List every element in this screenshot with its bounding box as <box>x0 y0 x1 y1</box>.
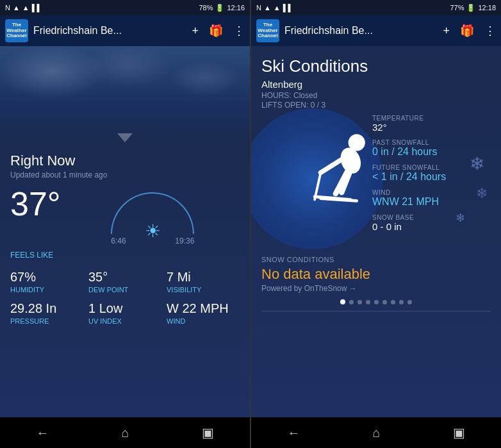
humidity-value: 67% <box>10 270 83 285</box>
ski-wind-value: WNW 21 MPH <box>372 196 491 208</box>
temp-label: TEMPERATURE <box>372 115 491 122</box>
home-button[interactable]: ⌂ <box>121 426 129 440</box>
right-phone-panel: N ▲ ▲ ▌▌ 77% 🔋 12:18 TheWeatherChannel F… <box>251 0 501 448</box>
hours-value: Closed <box>293 91 317 100</box>
svg-line-2 <box>321 158 345 172</box>
signal-bars-icon: ▌▌ <box>32 4 42 12</box>
dew-point-label: DEW POINT <box>88 286 161 294</box>
snow-conditions-value: No data available <box>261 266 491 283</box>
dot-6[interactable] <box>382 300 387 304</box>
dot-4[interactable] <box>366 300 370 304</box>
sun-arc: ☀ <box>111 192 194 234</box>
more-options-icon[interactable]: ⋮ <box>233 24 245 38</box>
stat-humidity: 67% HUMIDITY <box>10 270 83 294</box>
dot-7[interactable] <box>391 300 395 304</box>
sun-arc-container: ☀ 6:46 19:36 <box>66 192 240 245</box>
past-snow-label: PAST SNOWFALL <box>372 139 491 146</box>
right-more-options-icon[interactable]: ⋮ <box>484 24 496 38</box>
snow-base-label: SNOW BASE <box>372 214 491 221</box>
add-icon[interactable]: + <box>192 24 199 38</box>
dot-2[interactable] <box>349 300 354 304</box>
weather-channel-logo: TheWeatherChannel <box>5 19 28 42</box>
temperature-value: 37° <box>10 187 61 220</box>
right-status-icons: N ▲ ▲ ▌▌ <box>256 4 293 12</box>
dot-5[interactable] <box>374 300 379 304</box>
battery-percent: 78% <box>199 4 213 12</box>
temperature-row: 37° ☀ 6:46 19:36 <box>10 187 240 245</box>
weather-stats-grid: 67% HUMIDITY 35° DEW POINT 7 Mi VISIBILI… <box>10 270 240 325</box>
ski-stat-snow-base: SNOW BASE 0 - 0 in <box>372 214 491 232</box>
ski-stat-wind: WIND WNW 21 MPH <box>372 189 491 208</box>
right-home-button[interactable]: ⌂ <box>372 426 380 440</box>
weather-hero <box>0 46 250 142</box>
sunset-time: 19:36 <box>175 236 194 245</box>
back-button[interactable]: ← <box>36 426 49 440</box>
city-title: Friedrichshain Be... <box>33 25 186 37</box>
ski-stat-temperature: TEMPERATURE 32° <box>372 115 491 133</box>
humidity-label: HUMIDITY <box>10 286 83 294</box>
dot-1[interactable] <box>340 299 345 304</box>
ski-lifts-line: LIFTS OPEN: 0 / 3 <box>261 101 491 110</box>
right-add-icon[interactable]: + <box>443 24 450 38</box>
hours-label: HOURS: <box>261 91 292 100</box>
time-display: 12:16 <box>227 4 245 12</box>
dot-8[interactable] <box>399 300 404 304</box>
lifts-label: LIFTS OPEN: <box>261 101 308 110</box>
dot-9[interactable] <box>407 300 412 304</box>
snow-conditions-section: SNOW CONDITIONS No data available Powere… <box>261 251 491 293</box>
right-gift-icon[interactable]: 🎁 <box>460 24 474 38</box>
left-status-bar: N ▲ ▲ ▌▌ 78% 🔋 12:16 <box>0 0 250 15</box>
nfc-icon: N <box>5 4 10 12</box>
right-now-title: Right Now <box>10 153 240 169</box>
right-status-right: 77% 🔋 12:18 <box>450 4 496 12</box>
right-time-display: 12:18 <box>478 4 496 12</box>
ski-conditions-title: Ski Conditions <box>261 56 491 76</box>
temp-value: 32° <box>372 122 491 133</box>
right-battery-icon: 🔋 <box>466 4 475 12</box>
ski-content: Ski Conditions Altenberg HOURS: Closed L… <box>251 46 501 417</box>
stat-pressure: 29.28 In PRESSURE <box>10 301 83 325</box>
app-bar-actions: + 🎁 ⋮ <box>192 24 245 38</box>
stat-visibility: 7 Mi VISIBILITY <box>167 270 240 294</box>
right-signal-icon: ▲ <box>264 4 271 12</box>
right-app-bar: TheWeatherChannel Friedrichshain Be... +… <box>251 15 501 46</box>
pressure-label: PRESSURE <box>10 317 83 325</box>
dot-3[interactable] <box>357 300 362 304</box>
right-wifi-icon: ▲ <box>274 4 281 12</box>
ski-resort-name: Altenberg <box>261 79 491 90</box>
left-status-icons: N ▲ ▲ ▌▌ <box>5 4 42 12</box>
recents-button[interactable]: ▣ <box>202 425 214 440</box>
right-battery-percent: 77% <box>450 4 464 12</box>
stat-dew-point: 35° DEW POINT <box>88 270 161 294</box>
right-recents-button[interactable]: ▣ <box>453 425 465 440</box>
stat-wind: W 22 MPH WIND <box>167 301 240 325</box>
stat-uv: 1 Low UV INDEX <box>88 301 161 325</box>
past-snow-value: 0 in / 24 hours <box>372 146 491 158</box>
sunrise-time: 6:46 <box>111 236 126 245</box>
feels-like-label: FEELS LIKE <box>10 251 240 260</box>
right-signal-bars-icon: ▌▌ <box>283 4 293 12</box>
gift-icon[interactable]: 🎁 <box>209 24 223 38</box>
uv-label: UV INDEX <box>88 317 161 325</box>
ski-stat-future-snowfall: FUTURE SNOWFALL < 1 in / 24 hours <box>372 164 491 183</box>
snow-base-value: 0 - 0 in <box>372 221 491 232</box>
powered-by: Powered by OnTheSnow → <box>261 284 491 293</box>
ski-stats-panel: TEMPERATURE 32° PAST SNOWFALL 0 in / 24 … <box>372 115 491 238</box>
separator-line <box>261 311 491 311</box>
right-nfc-icon: N <box>256 4 261 12</box>
weather-content: Right Now Updated about 1 minute ago 37°… <box>0 142 250 417</box>
uv-value: 1 Low <box>88 301 161 316</box>
signal-icon: ▲ <box>13 4 20 12</box>
visibility-label: VISIBILITY <box>167 286 240 294</box>
right-app-bar-actions: + 🎁 ⋮ <box>443 24 496 38</box>
scroll-indicator <box>117 133 133 142</box>
right-back-button[interactable]: ← <box>287 426 300 440</box>
future-snow-value: < 1 in / 24 hours <box>372 171 491 183</box>
right-logo-text: TheWeatherChannel <box>258 22 278 39</box>
left-phone-panel: N ▲ ▲ ▌▌ 78% 🔋 12:16 TheWeatherChannel F… <box>0 0 250 448</box>
right-city-title: Friedrichshain Be... <box>284 25 438 37</box>
snow-conditions-label: SNOW CONDITIONS <box>261 256 491 263</box>
wifi-icon: ▲ <box>22 4 29 12</box>
battery-icon: 🔋 <box>215 4 224 12</box>
left-app-bar: TheWeatherChannel Friedrichshain Be... +… <box>0 15 250 46</box>
